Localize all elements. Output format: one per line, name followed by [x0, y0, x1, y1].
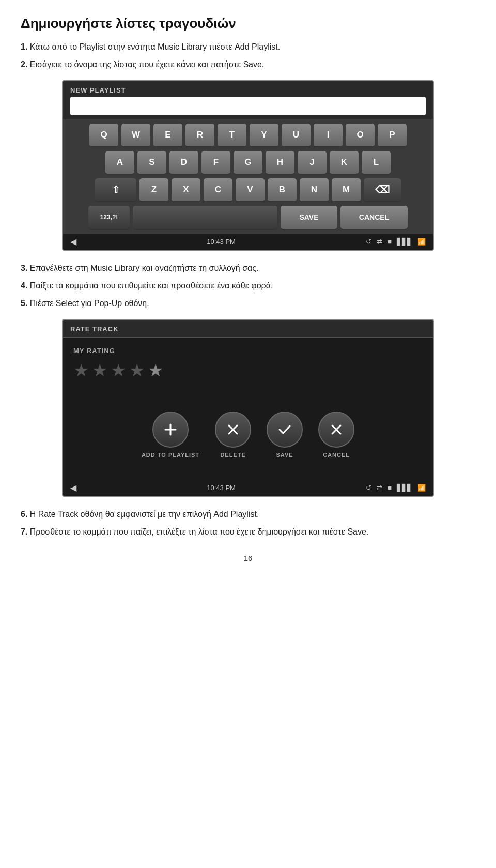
save-icon-circle	[267, 412, 303, 448]
save-button[interactable]: SAVE	[281, 206, 337, 230]
step-2-text: Εισάγετε το όνομα της λίστας που έχετε κ…	[30, 60, 265, 69]
keyboard-row-3: ⇧ Z X C V B N M ⌫	[68, 178, 428, 202]
key-g[interactable]: G	[234, 151, 262, 175]
step-5-number: 5.	[21, 299, 27, 308]
step-4: 4. Παίξτε τα κομμάτια που επιθυμείτε και…	[21, 280, 475, 292]
step-3-text: Επανέλθετε στη Music Library και αναζητή…	[30, 264, 259, 272]
cancel-button[interactable]: CANCEL	[318, 412, 354, 458]
signal-icon: ▋▋▋	[397, 238, 412, 246]
screen2-title: RATE TRACK	[70, 325, 426, 333]
keyboard-area: Q W E R T Y U I O P A S D F G H J K L ⇧ …	[63, 119, 433, 234]
key-num[interactable]: 123,?!	[88, 206, 130, 230]
step-1-text: Κάτω από το Playlist στην ενότητα Music …	[30, 42, 280, 51]
key-shift[interactable]: ⇧	[95, 178, 136, 202]
keyboard-row-2: A S D F G H J K L	[68, 151, 428, 175]
step-7-text: Προσθέστε το κομμάτι που παίζει, επιλέξτ…	[30, 527, 369, 536]
key-k[interactable]: K	[330, 151, 359, 175]
key-c[interactable]: C	[204, 178, 233, 202]
step-3-number: 3.	[21, 264, 27, 272]
key-s[interactable]: S	[137, 151, 166, 175]
key-p[interactable]: P	[378, 124, 407, 147]
step-6: 6. Η Rate Track οθόνη θα εμφανιστεί με τ…	[21, 508, 475, 521]
star-1[interactable]: ★	[73, 360, 89, 380]
key-u[interactable]: U	[282, 124, 311, 147]
key-d[interactable]: D	[169, 151, 198, 175]
refresh-icon: ↺	[366, 238, 371, 246]
step-2: 2. Εισάγετε το όνομα της λίστας που έχετ…	[21, 58, 475, 71]
key-h[interactable]: H	[266, 151, 295, 175]
rt-action-buttons: ADD TO PLAYLIST DELETE	[73, 412, 423, 458]
key-a[interactable]: A	[105, 151, 134, 175]
key-n[interactable]: N	[300, 178, 329, 202]
signal-icon-2: ▋▋▋	[397, 484, 412, 492]
key-i[interactable]: I	[314, 124, 343, 147]
stop-icon-2: ■	[388, 484, 392, 492]
screen2-device: RATE TRACK MY RATING ★ ★ ★ ★ ★ ADD TO PL…	[62, 319, 434, 497]
back-icon-2[interactable]: ◀	[70, 483, 76, 493]
key-w[interactable]: W	[121, 124, 150, 147]
add-to-playlist-label: ADD TO PLAYLIST	[142, 452, 199, 458]
key-r[interactable]: R	[185, 124, 214, 147]
key-m[interactable]: M	[332, 178, 361, 202]
key-t[interactable]: T	[218, 124, 246, 147]
status-icons-2: ↺ ⇄ ■ ▋▋▋ 📶	[366, 484, 426, 492]
cancel-icon-circle	[318, 412, 354, 448]
screen1-status-bar: ◀ 10:43 PM ↺ ⇄ ■ ▋▋▋ 📶	[63, 234, 433, 250]
step-4-number: 4.	[21, 281, 27, 290]
key-o[interactable]: O	[346, 124, 375, 147]
screen1-title: NEW PLAYLIST	[70, 86, 426, 94]
key-space[interactable]	[133, 206, 277, 230]
step-4-text: Παίξτε τα κομμάτια που επιθυμείτε και πρ…	[30, 281, 273, 290]
keyboard-row-1: Q W E R T Y U I O P	[68, 124, 428, 147]
delete-button[interactable]: DELETE	[215, 412, 251, 458]
shuffle-icon-2: ⇄	[377, 484, 382, 492]
key-q[interactable]: Q	[89, 124, 118, 147]
key-l[interactable]: L	[362, 151, 391, 175]
page-title: Δημιουργήστε λίστες τραγουδιών	[21, 16, 475, 32]
star-3[interactable]: ★	[111, 360, 126, 380]
save-button[interactable]: SAVE	[267, 412, 303, 458]
delete-label: DELETE	[220, 452, 245, 458]
screen2-time: 10:43 PM	[207, 484, 236, 492]
add-to-playlist-icon-circle	[152, 412, 189, 448]
cancel-button[interactable]: CANCEL	[340, 206, 408, 230]
back-icon[interactable]: ◀	[70, 237, 76, 247]
step-6-number: 6.	[21, 510, 27, 519]
text-input-bar[interactable]	[70, 97, 426, 115]
add-to-playlist-button[interactable]: ADD TO PLAYLIST	[142, 412, 199, 458]
cancel-x-icon	[329, 422, 344, 437]
step-3: 3. Επανέλθετε στη Music Library και αναζ…	[21, 262, 475, 275]
step-1-number: 1.	[21, 42, 27, 51]
refresh-icon-2: ↺	[366, 484, 371, 492]
keyboard-row-4: 123,?! SAVE CANCEL	[68, 206, 428, 230]
x-icon	[225, 422, 241, 437]
stop-icon: ■	[388, 238, 392, 246]
key-f[interactable]: F	[202, 151, 230, 175]
key-y[interactable]: Y	[250, 124, 278, 147]
key-e[interactable]: E	[153, 124, 182, 147]
screen1-time: 10:43 PM	[207, 238, 236, 246]
key-b[interactable]: B	[268, 178, 297, 202]
plus-icon	[163, 422, 178, 437]
screen2-body: MY RATING ★ ★ ★ ★ ★ ADD TO PLAYLIST	[63, 338, 433, 480]
check-icon	[277, 422, 292, 437]
star-5[interactable]: ★	[148, 360, 163, 380]
status-icons: ↺ ⇄ ■ ▋▋▋ 📶	[366, 238, 426, 246]
screen1-device: NEW PLAYLIST Q W E R T Y U I O P A S D F…	[62, 80, 434, 251]
rating-label: MY RATING	[73, 347, 423, 355]
star-2[interactable]: ★	[92, 360, 107, 380]
key-backspace[interactable]: ⌫	[364, 178, 401, 202]
star-rating[interactable]: ★ ★ ★ ★ ★	[73, 360, 423, 380]
screen1-header: NEW PLAYLIST	[63, 81, 433, 119]
screen2-status-bar: ◀ 10:43 PM ↺ ⇄ ■ ▋▋▋ 📶	[63, 480, 433, 496]
step-1: 1. Κάτω από το Playlist στην ενότητα Mus…	[21, 41, 475, 53]
page-number: 16	[21, 554, 475, 562]
key-v[interactable]: V	[236, 178, 265, 202]
shuffle-icon: ⇄	[377, 238, 382, 246]
key-j[interactable]: J	[298, 151, 327, 175]
key-z[interactable]: Z	[140, 178, 168, 202]
step-7: 7. Προσθέστε το κομμάτι που παίζει, επιλ…	[21, 526, 475, 538]
key-x[interactable]: X	[172, 178, 200, 202]
step-5-text: Πιέστε Select για Pop-Up οθόνη.	[30, 299, 149, 308]
star-4[interactable]: ★	[129, 360, 145, 380]
